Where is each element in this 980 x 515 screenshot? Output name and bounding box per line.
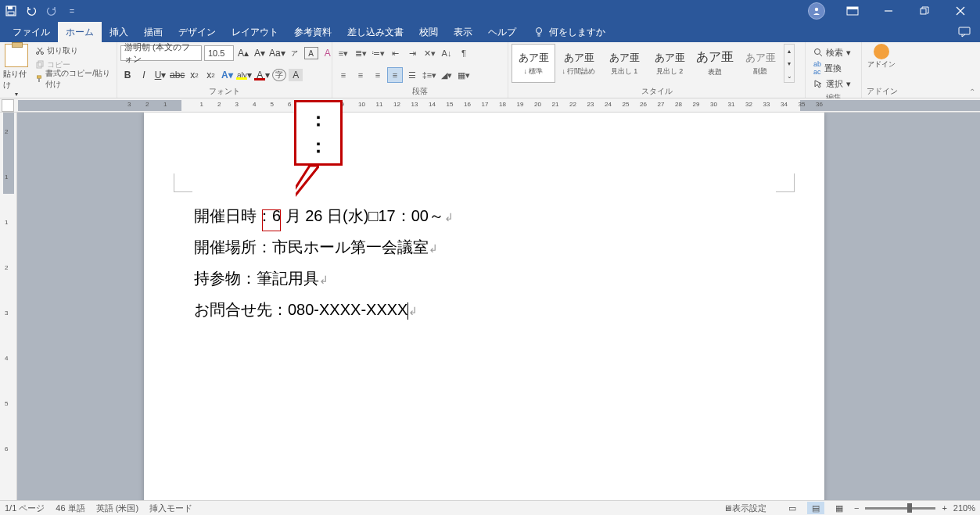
style-title[interactable]: あア亜表題 <box>693 44 737 83</box>
ribbon-display-icon[interactable] <box>835 0 871 22</box>
distribute-icon[interactable]: ☰ <box>404 67 420 83</box>
cut-button[interactable]: 切り取り <box>34 44 113 57</box>
vertical-ruler[interactable]: 21123456 <box>0 113 17 500</box>
style-no-spacing[interactable]: あア亜↓ 行間詰め <box>557 44 601 83</box>
shading-icon[interactable]: ◢▾ <box>439 67 454 83</box>
tab-help[interactable]: ヘルプ <box>480 22 524 42</box>
paste-label: 貼り付け <box>3 69 29 91</box>
highlight-color-icon[interactable]: aly▾ <box>236 67 252 83</box>
zoom-out-icon[interactable]: − <box>854 503 859 513</box>
tab-selector[interactable] <box>2 99 14 112</box>
bold-button[interactable]: B <box>120 67 135 83</box>
page[interactable]: 開催日時：6 月 26 日(水)□17：00～↲ 開催場所：市民ホール第一会議室… <box>144 113 824 500</box>
borders-icon[interactable]: ▦▾ <box>456 67 472 83</box>
change-case-icon[interactable]: Aa▾ <box>269 45 285 61</box>
font-color-icon[interactable]: A▾ <box>254 67 270 83</box>
document-area: 21123456 開催日時：6 月 26 日(水)□17：00～↲ 開催場所：市… <box>0 113 980 500</box>
tab-view[interactable]: 表示 <box>446 22 480 42</box>
font-group-label: フォント <box>120 86 328 98</box>
language-status[interactable]: 英語 (米国) <box>96 502 138 514</box>
insert-mode[interactable]: 挿入モード <box>149 502 192 514</box>
select-button[interactable]: 選択▾ <box>810 77 854 91</box>
sort-icon[interactable]: A↓ <box>439 45 454 61</box>
tab-mailings[interactable]: 差し込み文書 <box>339 22 411 42</box>
horizontal-ruler[interactable]: 3211234567891011121314151617181920212223… <box>0 98 980 113</box>
increase-indent-icon[interactable]: ⇥ <box>404 45 420 61</box>
svg-line-17 <box>38 48 41 52</box>
bullets-icon[interactable]: ≡▾ <box>336 45 351 61</box>
decrease-indent-icon[interactable]: ⇤ <box>387 45 403 61</box>
page-count[interactable]: 1/1 ページ <box>5 502 45 514</box>
tab-file[interactable]: ファイル <box>5 22 58 42</box>
strikethrough-button[interactable]: abc <box>170 67 185 83</box>
align-right-icon[interactable]: ≡ <box>370 67 386 83</box>
read-mode-icon[interactable]: ▭ <box>784 502 801 514</box>
document-body[interactable]: 開催日時：6 月 26 日(水)□17：00～↲ 開催場所：市民ホール第一会議室… <box>194 200 454 325</box>
tab-home[interactable]: ホーム <box>58 22 102 42</box>
tab-draw[interactable]: 描画 <box>136 22 171 42</box>
tab-design[interactable]: デザイン <box>171 22 224 42</box>
style-normal[interactable]: あア亜↓ 標準 <box>512 44 555 83</box>
scissors-icon <box>35 46 45 55</box>
style-heading1[interactable]: あア亜見出し 1 <box>602 44 646 83</box>
show-marks-icon[interactable]: ¶ <box>456 45 472 61</box>
align-left-icon[interactable]: ≡ <box>336 67 351 83</box>
font-name-select[interactable]: 游明朝 (本文のフォン <box>120 45 202 61</box>
tell-me[interactable]: 何をしますか <box>533 26 605 39</box>
style-heading2[interactable]: あア亜見出し 2 <box>648 44 691 83</box>
phonetic-guide-icon[interactable]: ア <box>288 45 302 61</box>
print-layout-icon[interactable]: ▤ <box>807 502 824 514</box>
tab-review[interactable]: 校閲 <box>411 22 446 42</box>
styles-expand[interactable]: ▴▾⌄ <box>784 44 795 83</box>
paste-button[interactable]: 貼り付け ▾ <box>3 44 29 98</box>
collapse-ribbon-icon[interactable]: ⌃ <box>969 88 975 96</box>
char-shading-icon[interactable]: A <box>289 69 303 81</box>
italic-button[interactable]: I <box>137 67 151 83</box>
align-justify-icon[interactable]: ≡ <box>387 67 403 83</box>
maximize-icon[interactable] <box>906 0 942 22</box>
styles-gallery[interactable]: あア亜↓ 標準 あア亜↓ 行間詰め あア亜見出し 1 あア亜見出し 2 あア亜表… <box>512 44 782 86</box>
replace-icon: abac <box>813 60 821 76</box>
tab-layout[interactable]: レイアウト <box>224 22 286 42</box>
format-painter-button[interactable]: 書式のコピー/貼り付け <box>34 72 113 85</box>
brush-icon <box>35 74 43 84</box>
shrink-font-icon[interactable]: A▾ <box>253 45 267 61</box>
redo-icon[interactable] <box>42 2 61 20</box>
tab-references[interactable]: 参考資料 <box>286 22 339 42</box>
callout-annotation: ： ： <box>294 100 343 166</box>
asian-layout-icon[interactable]: ✕▾ <box>422 45 437 61</box>
account-icon[interactable] <box>799 0 835 22</box>
zoom-in-icon[interactable]: + <box>942 503 946 513</box>
undo-icon[interactable] <box>22 2 41 20</box>
web-layout-icon[interactable]: ▦ <box>831 502 848 514</box>
tab-insert[interactable]: 挿入 <box>102 22 136 42</box>
style-subtitle[interactable]: あア亜副題 <box>738 44 782 83</box>
find-button[interactable]: 検索▾ <box>810 45 854 59</box>
display-settings[interactable]: 🖥表示設定 <box>723 502 766 514</box>
zoom-slider[interactable] <box>865 507 935 510</box>
grow-font-icon[interactable]: A▴ <box>236 45 250 61</box>
underline-button[interactable]: U▾ <box>153 67 167 83</box>
enclose-char-icon[interactable]: 字 <box>272 69 286 81</box>
font-size-select[interactable]: 10.5 <box>204 45 234 61</box>
svg-point-3 <box>815 8 818 11</box>
multilevel-icon[interactable]: ≔▾ <box>370 45 386 61</box>
superscript-button[interactable]: x2 <box>203 67 217 83</box>
numbering-icon[interactable]: ≣▾ <box>353 45 368 61</box>
subscript-button[interactable]: x2 <box>187 67 201 83</box>
line-spacing-icon[interactable]: ‡≡▾ <box>422 67 437 83</box>
zoom-level[interactable]: 210% <box>953 503 975 513</box>
svg-rect-19 <box>38 61 43 66</box>
replace-button[interactable]: abac置換 <box>810 61 854 75</box>
minimize-icon[interactable] <box>871 0 906 22</box>
align-center-icon[interactable]: ≡ <box>353 67 368 83</box>
char-border-icon[interactable]: A <box>304 47 318 59</box>
save-icon[interactable] <box>2 2 20 20</box>
addins-button[interactable]: アドイン <box>865 44 898 69</box>
comments-icon[interactable] <box>949 22 980 42</box>
text-effects-icon[interactable]: A▾ <box>220 67 234 83</box>
close-icon[interactable] <box>942 0 978 22</box>
svg-rect-7 <box>921 9 926 14</box>
word-count[interactable]: 46 単語 <box>56 502 84 514</box>
margin-marker <box>174 173 192 192</box>
